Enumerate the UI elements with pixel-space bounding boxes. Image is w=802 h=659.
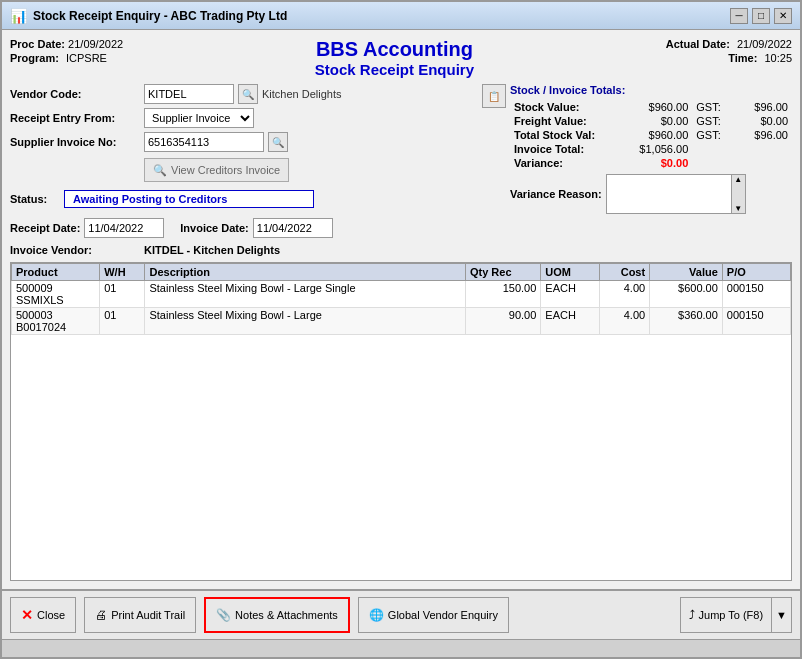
receipt-date-field: Receipt Date: xyxy=(10,218,164,238)
close-window-button[interactable]: ✕ xyxy=(774,8,792,24)
invoice-date-input[interactable] xyxy=(253,218,333,238)
jump-dropdown-button[interactable]: ▼ xyxy=(771,597,792,633)
actual-date-value: 21/09/2022 xyxy=(737,38,792,50)
invoice-date-field: Invoice Date: xyxy=(180,218,332,238)
variance-reason-box: ▲ ▼ xyxy=(606,174,746,214)
form-left: Vendor Code: 🔍 Kitchen Delights Receipt … xyxy=(10,84,472,256)
close-icon: ✕ xyxy=(21,607,33,623)
cell-cost: 4.00 xyxy=(600,281,650,308)
header-center: BBS Accounting Stock Receipt Enquiry xyxy=(123,38,666,78)
time-value: 10:25 xyxy=(764,52,792,64)
proc-date-label: Proc Date: xyxy=(10,38,65,50)
cell-qty: 150.00 xyxy=(465,281,540,308)
col-description: Description xyxy=(145,264,466,281)
notes-attachments-button[interactable]: 📎 Notes & Attachments xyxy=(204,597,350,633)
totals-table: Stock Value: $960.00 GST: $96.00 Freight… xyxy=(510,100,792,170)
actual-date-row: Actual Date: 21/09/2022 xyxy=(666,38,792,50)
cell-product: 500003 B0017024 xyxy=(12,308,100,335)
cell-po: 000150 xyxy=(722,281,790,308)
data-table: Product W/H Description Qty Rec UOM Cost… xyxy=(11,263,791,335)
time-row: Time: 10:25 xyxy=(666,52,792,64)
print-audit-label: Print Audit Trail xyxy=(111,609,185,621)
view-creditors-button[interactable]: 🔍 View Creditors Invoice xyxy=(144,158,289,182)
invoice-search-button[interactable]: 🔍 xyxy=(268,132,288,152)
freight-gst-label: GST: xyxy=(692,114,732,128)
jump-icon: ⤴ xyxy=(689,608,695,622)
total-stock-gst-label: GST: xyxy=(692,128,732,142)
program-row: Program: ICPSRE xyxy=(10,52,123,64)
totals-stock-row: Stock Value: $960.00 GST: $96.00 xyxy=(510,100,792,114)
close-label: Close xyxy=(37,609,65,621)
variance-reason-label: Variance Reason: xyxy=(510,188,602,200)
view-creditors-icon: 🔍 xyxy=(153,164,167,177)
status-value: Awaiting Posting to Creditors xyxy=(64,190,314,208)
supplier-invoice-row: Supplier Invoice No: 🔍 xyxy=(10,132,472,152)
vendor-code-label: Vendor Code: xyxy=(10,88,140,100)
stock-gst-label: GST: xyxy=(692,100,732,114)
receipt-entry-label: Receipt Entry From: xyxy=(10,112,140,124)
invoice-vendor-label: Invoice Vendor: xyxy=(10,244,140,256)
totals-freight-row: Freight Value: $0.00 GST: $0.00 xyxy=(510,114,792,128)
bottom-bar: ✕ Close 🖨 Print Audit Trail 📎 Notes & At… xyxy=(2,589,800,639)
cell-description: Stainless Steel Mixing Bowl - Large xyxy=(145,308,466,335)
notes-label: Notes & Attachments xyxy=(235,609,338,621)
status-row: Status: Awaiting Posting to Creditors xyxy=(10,190,472,208)
title-bar-controls: ─ □ ✕ xyxy=(730,8,792,24)
freight-value-label: Freight Value: xyxy=(510,114,620,128)
receipt-entry-select[interactable]: Supplier Invoice xyxy=(144,108,254,128)
date-row: Receipt Date: Invoice Date: xyxy=(10,218,472,238)
table-header-row: Product W/H Description Qty Rec UOM Cost… xyxy=(12,264,791,281)
globe-icon: 🌐 xyxy=(369,608,384,622)
view-creditors-row: 🔍 View Creditors Invoice xyxy=(144,158,472,182)
totals-icon: 📋 xyxy=(482,84,506,108)
totals-stock-total-row: Total Stock Val: $960.00 GST: $96.00 xyxy=(510,128,792,142)
minimize-button[interactable]: ─ xyxy=(730,8,748,24)
freight-gst: $0.00 xyxy=(733,114,793,128)
cell-uom: EACH xyxy=(541,308,600,335)
col-cost: Cost xyxy=(600,264,650,281)
jump-button[interactable]: ⤴ Jump To (F8) xyxy=(680,597,772,633)
close-button[interactable]: ✕ Close xyxy=(10,597,76,633)
proc-date-value: 21/09/2022 xyxy=(68,38,123,50)
right-panel: Stock / Invoice Totals: Stock Value: $96… xyxy=(510,84,792,214)
col-value: Value xyxy=(650,264,723,281)
cell-qty: 90.00 xyxy=(465,308,540,335)
window-icon: 📊 xyxy=(10,8,27,24)
table-row: 500003 B0017024 01 Stainless Steel Mixin… xyxy=(12,308,791,335)
total-stock-gst: $96.00 xyxy=(733,128,793,142)
table-row: 500009 SSMIXLS 01 Stainless Steel Mixing… xyxy=(12,281,791,308)
global-vendor-button[interactable]: 🌐 Global Vendor Enquiry xyxy=(358,597,509,633)
variance-reason-section: Variance Reason: ▲ ▼ xyxy=(510,174,792,214)
receipt-date-label: Receipt Date: xyxy=(10,222,80,234)
jump-button-container: ⤴ Jump To (F8) ▼ xyxy=(680,597,792,633)
total-stock-value: $960.00 xyxy=(620,128,692,142)
table-body: 500009 SSMIXLS 01 Stainless Steel Mixing… xyxy=(12,281,791,335)
supplier-invoice-label: Supplier Invoice No: xyxy=(10,136,140,148)
totals-container: 📋 Stock / Invoice Totals: Stock Value: $… xyxy=(482,84,792,214)
status-label: Status: xyxy=(10,193,60,205)
col-product: Product xyxy=(12,264,100,281)
chevron-down-icon: ▼ xyxy=(776,609,787,621)
maximize-button[interactable]: □ xyxy=(752,8,770,24)
variance-label: Variance: xyxy=(510,156,620,170)
variance-scrollbar[interactable]: ▲ ▼ xyxy=(731,175,745,213)
title-bar: 📊 Stock Receipt Enquiry - ABC Trading Pt… xyxy=(2,2,800,30)
totals-icon-col: 📋 xyxy=(482,84,506,112)
cell-product: 500009 SSMIXLS xyxy=(12,281,100,308)
cell-wh: 01 xyxy=(100,281,145,308)
cell-value: $360.00 xyxy=(650,308,723,335)
invoice-total-label: Invoice Total: xyxy=(510,142,620,156)
supplier-invoice-input[interactable] xyxy=(144,132,264,152)
print-audit-button[interactable]: 🖨 Print Audit Trail xyxy=(84,597,196,633)
notes-icon: 📎 xyxy=(216,608,231,622)
freight-value: $0.00 xyxy=(620,114,692,128)
stock-value: $960.00 xyxy=(620,100,692,114)
vendor-search-button[interactable]: 🔍 xyxy=(238,84,258,104)
receipt-date-input[interactable] xyxy=(84,218,164,238)
main-window: 📊 Stock Receipt Enquiry - ABC Trading Pt… xyxy=(0,0,802,659)
vendor-code-input[interactable] xyxy=(144,84,234,104)
stock-gst: $96.00 xyxy=(733,100,793,114)
window-title: Stock Receipt Enquiry - ABC Trading Pty … xyxy=(33,9,287,23)
content-area: Proc Date: 21/09/2022 Program: ICPSRE BB… xyxy=(2,30,800,589)
header-left: Proc Date: 21/09/2022 Program: ICPSRE xyxy=(10,38,123,64)
